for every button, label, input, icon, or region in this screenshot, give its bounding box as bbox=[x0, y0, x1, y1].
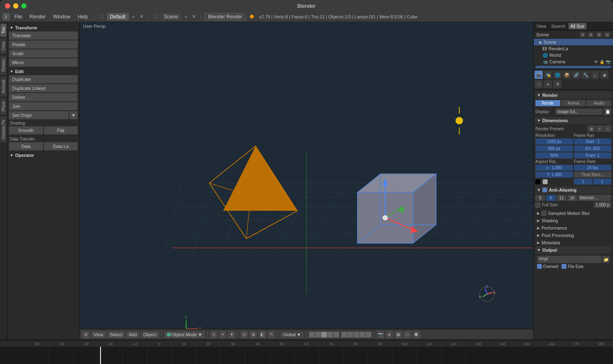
output-section-title[interactable]: ▼ Output bbox=[535, 246, 611, 254]
tab-view[interactable]: View bbox=[535, 23, 548, 29]
rp-icon-particles[interactable]: ✦ bbox=[544, 80, 552, 88]
layer-10[interactable] bbox=[366, 332, 371, 337]
render-tab-audio[interactable]: Audio bbox=[586, 100, 611, 106]
render-engine[interactable]: Blender Render bbox=[204, 13, 246, 20]
layer-6[interactable] bbox=[341, 332, 347, 337]
aa-section-title[interactable]: ▼ Anti-Aliasing bbox=[535, 186, 611, 194]
workspace-label[interactable]: Default bbox=[107, 13, 129, 20]
overwrite-check[interactable] bbox=[537, 264, 542, 269]
scene-item-scene[interactable]: ◈ Scene bbox=[534, 39, 613, 45]
presets-remove[interactable]: － bbox=[604, 125, 611, 132]
layer-8[interactable] bbox=[353, 332, 359, 337]
vt-icon-proportional[interactable]: ◎ bbox=[241, 331, 248, 338]
aa-val-11[interactable]: 11 bbox=[557, 195, 566, 201]
viewport-canvas[interactable]: X Z Y X Y (0) Cube bbox=[80, 22, 533, 339]
aa-filter[interactable]: Mitchell-... bbox=[578, 195, 611, 201]
tab-create[interactable]: Crea bbox=[0, 38, 7, 54]
vt-icon-texture[interactable]: ⬢ bbox=[413, 331, 420, 338]
layer-9[interactable] bbox=[360, 332, 365, 337]
btn-set-origin[interactable]: Set Origin bbox=[9, 111, 69, 119]
rp-icon-modifiers[interactable]: 🔧 bbox=[582, 71, 590, 79]
frame-start-field[interactable]: Start : 1 bbox=[574, 138, 611, 145]
scene-action-1[interactable]: ⊕ bbox=[579, 32, 586, 38]
btn-flat[interactable]: Flat bbox=[44, 126, 78, 134]
aa-val-16[interactable]: 16 bbox=[567, 195, 577, 201]
vt-icon-edit[interactable]: ✎ bbox=[268, 331, 275, 338]
post-processing-item[interactable]: ▶ Post Processing bbox=[535, 232, 611, 239]
tab-search[interactable]: Search bbox=[549, 23, 568, 29]
rp-icon-render[interactable]: 🎬 bbox=[535, 71, 543, 79]
tab-grease[interactable]: Grease Pe bbox=[0, 116, 7, 143]
rp-icon-physics[interactable]: ⚗ bbox=[553, 80, 562, 88]
workspace-remove[interactable]: ✕ bbox=[138, 14, 145, 19]
tab-relations[interactable]: Relatio bbox=[0, 56, 7, 75]
layer-5[interactable] bbox=[333, 332, 339, 337]
camera-eye[interactable]: 👁 bbox=[594, 60, 598, 64]
frame-end-field[interactable]: En: 250 bbox=[574, 145, 611, 152]
dimensions-section-title[interactable]: ▼ Dimensions bbox=[535, 117, 611, 124]
scene-action-4[interactable]: ⊟ bbox=[604, 32, 611, 38]
aa-val-8[interactable]: 8 bbox=[546, 195, 556, 201]
scene-action-2[interactable]: ⊗ bbox=[588, 32, 594, 38]
btn-rotate[interactable]: Rotate bbox=[9, 40, 78, 49]
vt-add[interactable]: Add bbox=[126, 331, 139, 338]
layer-4[interactable] bbox=[327, 332, 333, 337]
rp-icon-constraints[interactable]: 🔗 bbox=[572, 71, 580, 79]
rp-icon-texture[interactable]: ⬡ bbox=[535, 80, 543, 88]
res-pct-field[interactable]: 50% bbox=[535, 152, 573, 159]
scene-remove[interactable]: ✕ bbox=[190, 14, 197, 19]
res-y-field[interactable]: 080 px bbox=[535, 145, 573, 152]
render-section-title[interactable]: ▼ Render bbox=[535, 92, 611, 99]
output-path-field[interactable]: /tmp/ bbox=[537, 256, 602, 263]
btn-mirror[interactable]: Mirror bbox=[9, 58, 78, 67]
scene-add[interactable]: + bbox=[183, 14, 189, 19]
full-sample-checkbox[interactable] bbox=[535, 203, 540, 208]
rp-icon-scene[interactable]: 🎭 bbox=[544, 71, 552, 79]
vt-icon-render[interactable]: 📷 bbox=[377, 331, 384, 338]
scene-action-3[interactable]: ⊞ bbox=[596, 32, 602, 38]
aa-checkbox[interactable] bbox=[542, 188, 547, 192]
presets-expand[interactable]: ⊕ bbox=[588, 125, 595, 132]
vt-icon-wire[interactable]: ▦ bbox=[395, 331, 402, 338]
file-ext-check[interactable] bbox=[562, 264, 566, 269]
workspace-add[interactable]: + bbox=[130, 14, 136, 19]
vt-icon-snap[interactable]: ▼ bbox=[228, 331, 235, 338]
maximize-button[interactable] bbox=[21, 3, 27, 9]
rp-icon-data[interactable]: △ bbox=[591, 71, 599, 79]
frame-field-2[interactable]: 1 bbox=[593, 179, 611, 185]
render-tab-render[interactable]: Rende bbox=[535, 100, 560, 106]
frame-current-field[interactable]: Fram: 1 bbox=[574, 152, 611, 159]
tab-physics[interactable]: Physi bbox=[0, 98, 7, 114]
vt-select[interactable]: Select bbox=[107, 331, 125, 338]
res-x-field[interactable]: 1920 px bbox=[535, 138, 573, 145]
btn-translate[interactable]: Translate bbox=[9, 31, 78, 40]
display-value[interactable]: Image Ed... bbox=[555, 109, 602, 115]
layer-3[interactable] bbox=[321, 332, 327, 337]
display-btn[interactable]: 📋 bbox=[604, 108, 611, 115]
motion-blur-item[interactable]: ▶ Sampled Motion Blur bbox=[535, 210, 611, 217]
vt-icon-grid[interactable]: ⊞ bbox=[82, 331, 89, 338]
scene-scrollbar[interactable] bbox=[535, 66, 611, 68]
motion-blur-checkbox[interactable] bbox=[541, 211, 546, 216]
close-button[interactable] bbox=[5, 3, 10, 9]
full-sample-val[interactable]: 1.000 p bbox=[594, 202, 611, 208]
vt-icon-prop3[interactable]: ◧ bbox=[259, 331, 266, 338]
vt-icon-prop2[interactable]: ⊠ bbox=[250, 331, 257, 338]
btn-delete[interactable]: Delete bbox=[9, 93, 78, 101]
scene-item-camera[interactable]: 📹 Camera 👁 🔒 📷 bbox=[534, 58, 613, 65]
transform-coord[interactable]: Global ▼ bbox=[280, 331, 304, 338]
menu-help[interactable]: Help bbox=[75, 13, 91, 20]
timeline-content[interactable] bbox=[0, 347, 613, 364]
vt-icon-render2[interactable]: ● bbox=[386, 331, 393, 338]
tab-tools[interactable]: Too bbox=[0, 24, 7, 37]
timeline-scrubber[interactable] bbox=[100, 347, 101, 364]
viewport[interactable]: User Persp bbox=[80, 22, 533, 339]
rp-icon-object[interactable]: 📦 bbox=[563, 71, 571, 79]
camera-render[interactable]: 📷 bbox=[606, 60, 611, 64]
vt-icon-magnet[interactable]: ✦ bbox=[219, 331, 226, 338]
vt-view[interactable]: View bbox=[91, 331, 106, 338]
frame-field-1[interactable]: 1 bbox=[574, 179, 592, 185]
menu-window[interactable]: Window bbox=[50, 13, 74, 20]
layer-2[interactable] bbox=[315, 332, 321, 337]
color-dot-black[interactable] bbox=[535, 179, 540, 184]
